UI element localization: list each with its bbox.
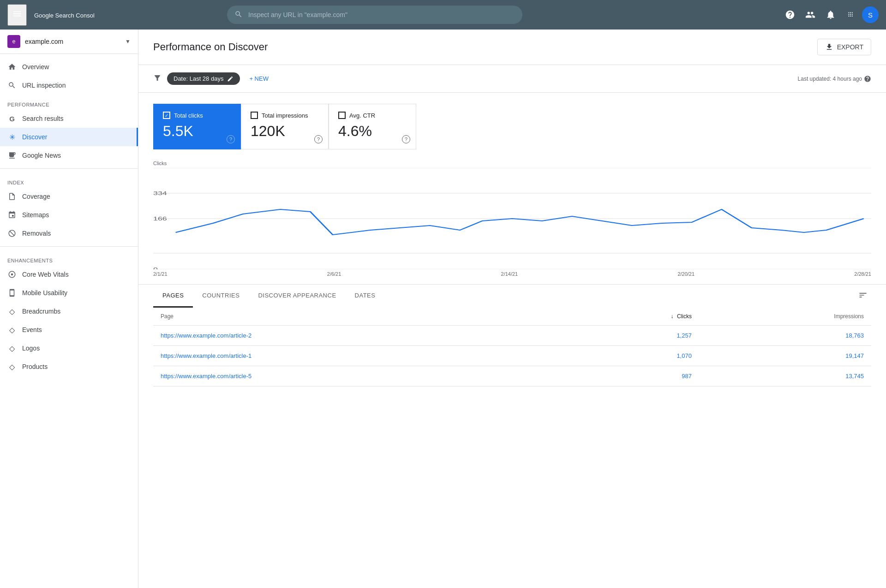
sidebar: e example.com ▼ Overview URL inspection … (0, 30, 138, 588)
metric-help-icon[interactable]: ? (227, 135, 235, 143)
sidebar-item-url-inspection[interactable]: URL inspection (0, 76, 138, 95)
metric-card-total-impressions[interactable]: Total impressions 120K ? (241, 104, 329, 149)
tab-countries[interactable]: COUNTRIES (193, 285, 249, 308)
help-button[interactable] (781, 6, 799, 24)
search-bar (227, 6, 522, 24)
filter-icon[interactable] (153, 74, 162, 84)
sidebar-item-logos[interactable]: ◇ Logos (0, 339, 138, 357)
metric-card-total-clicks[interactable]: ✓ Total clicks 5.5K ? (153, 104, 241, 149)
sidebar-item-events[interactable]: ◇ Events (0, 321, 138, 339)
tab-discover-appearance[interactable]: DISCOVER APPEARANCE (249, 285, 345, 308)
page-cell[interactable]: https://www.example.com/article-1 (153, 346, 562, 366)
data-table: Page ↓ Clicks Impressions https://www.ex… (153, 308, 871, 386)
home-icon (7, 62, 17, 71)
topbar-logo: Google Search Console (34, 8, 94, 22)
chart-container: Clicks 500 334 166 0 (138, 149, 886, 284)
sidebar-item-sitemaps[interactable]: Sitemaps (0, 206, 138, 224)
sidebar-item-discover[interactable]: ✳ Discover (0, 128, 138, 146)
sidebar-divider-1 (0, 168, 138, 169)
breadcrumbs-icon: ◇ (7, 307, 17, 316)
sidebar-item-breadcrumbs[interactable]: ◇ Breadcrumbs (0, 302, 138, 321)
notifications-button[interactable] (821, 6, 840, 24)
metric-help-icon[interactable]: ? (402, 135, 410, 143)
page-title: Performance on Discover (153, 41, 268, 53)
sidebar-nav: Overview URL inspection PERFORMANCE G Se… (0, 54, 138, 380)
layout: e example.com ▼ Overview URL inspection … (0, 30, 886, 588)
metric-card-header: ✓ Total clicks (163, 112, 231, 119)
tab-pages[interactable]: PAGES (153, 285, 193, 308)
sidebar-item-google-news[interactable]: Google News (0, 146, 138, 165)
col-header-clicks[interactable]: ↓ Clicks (562, 308, 699, 326)
removals-icon (7, 229, 17, 238)
search-input[interactable] (248, 11, 515, 18)
metric-checkbox: ✓ (163, 112, 170, 119)
clicks-cell: 1,070 (562, 346, 699, 366)
users-button[interactable] (801, 6, 820, 24)
table-row: https://www.example.com/article-2 1,257 … (153, 326, 871, 346)
metrics-row: ✓ Total clicks 5.5K ? Total impressions … (138, 93, 886, 149)
menu-icon[interactable] (7, 4, 27, 26)
metric-value: 5.5K (163, 123, 231, 140)
chart-x-label-4: 2/20/21 (677, 271, 694, 277)
coverage-icon (7, 192, 17, 201)
sidebar-item-mobile-usability[interactable]: Mobile Usability (0, 284, 138, 302)
last-updated: Last updated: 4 hours ago (798, 75, 871, 83)
topbar: Google Search Console S (0, 0, 886, 30)
property-dropdown-icon: ▼ (125, 38, 131, 45)
sidebar-item-label: Search results (22, 115, 63, 122)
page-cell[interactable]: https://www.example.com/article-2 (153, 326, 562, 346)
impressions-cell: 18,763 (699, 326, 871, 346)
sidebar-section-performance: PERFORMANCE (0, 95, 138, 109)
chart-x-label-3: 2/14/21 (501, 271, 518, 277)
main-content: Performance on Discover EXPORT Date: Las… (138, 30, 886, 588)
filter-columns-icon[interactable] (855, 287, 871, 306)
property-name: example.com (25, 38, 120, 45)
table-row: https://www.example.com/article-5 987 13… (153, 366, 871, 386)
sidebar-item-core-web-vitals[interactable]: Core Web Vitals (0, 265, 138, 284)
new-filter-label: + NEW (249, 75, 269, 82)
sort-icon: ↓ (671, 313, 674, 320)
metric-card-header: Avg. CTR (338, 112, 407, 119)
sidebar-item-coverage[interactable]: Coverage (0, 187, 138, 206)
page-cell[interactable]: https://www.example.com/article-5 (153, 366, 562, 386)
metric-label: Avg. CTR (349, 112, 375, 119)
sidebar-item-label: Mobile Usability (22, 289, 67, 297)
col-header-impressions: Impressions (699, 308, 871, 326)
metric-value: 4.6% (338, 123, 407, 140)
new-filter-button[interactable]: + NEW (245, 72, 272, 85)
discover-icon: ✳ (7, 132, 17, 142)
chart-area: 500 334 166 0 (153, 168, 871, 269)
sitemaps-icon (7, 210, 17, 220)
metric-checkbox (251, 112, 258, 119)
svg-text:334: 334 (153, 190, 167, 196)
sidebar-item-label: URL inspection (22, 82, 66, 89)
search-small-icon (7, 81, 17, 90)
date-filter-button[interactable]: Date: Last 28 days (167, 72, 240, 85)
sidebar-divider-2 (0, 246, 138, 247)
chart-x-label-1: 2/1/21 (153, 271, 168, 277)
svg-text:0: 0 (153, 267, 158, 269)
sidebar-item-label: Core Web Vitals (22, 271, 69, 278)
sidebar-item-label: Google News (22, 152, 61, 159)
products-icon: ◇ (7, 362, 17, 371)
avatar[interactable]: S (862, 6, 879, 23)
metric-help-icon[interactable]: ? (314, 135, 323, 143)
sidebar-item-overview[interactable]: Overview (0, 58, 138, 76)
sidebar-item-search-results[interactable]: G Search results (0, 109, 138, 128)
topbar-actions: S (781, 6, 879, 24)
grid-button[interactable] (842, 6, 860, 24)
sidebar-item-label: Overview (22, 63, 49, 71)
sidebar-item-removals[interactable]: Removals (0, 224, 138, 243)
chart-svg: 500 334 166 0 (153, 168, 871, 269)
mobile-icon (7, 288, 17, 297)
metric-card-avg-ctr[interactable]: Avg. CTR 4.6% ? (329, 104, 416, 149)
export-button[interactable]: EXPORT (817, 39, 871, 55)
col-header-page: Page (153, 308, 562, 326)
chart-x-label-2: 2/6/21 (327, 271, 341, 277)
impressions-cell: 19,147 (699, 346, 871, 366)
tab-dates[interactable]: DATES (346, 285, 385, 308)
events-icon: ◇ (7, 325, 17, 334)
property-selector[interactable]: e example.com ▼ (0, 30, 138, 54)
sidebar-item-products[interactable]: ◇ Products (0, 357, 138, 376)
filter-bar: Date: Last 28 days + NEW Last updated: 4… (138, 65, 886, 93)
